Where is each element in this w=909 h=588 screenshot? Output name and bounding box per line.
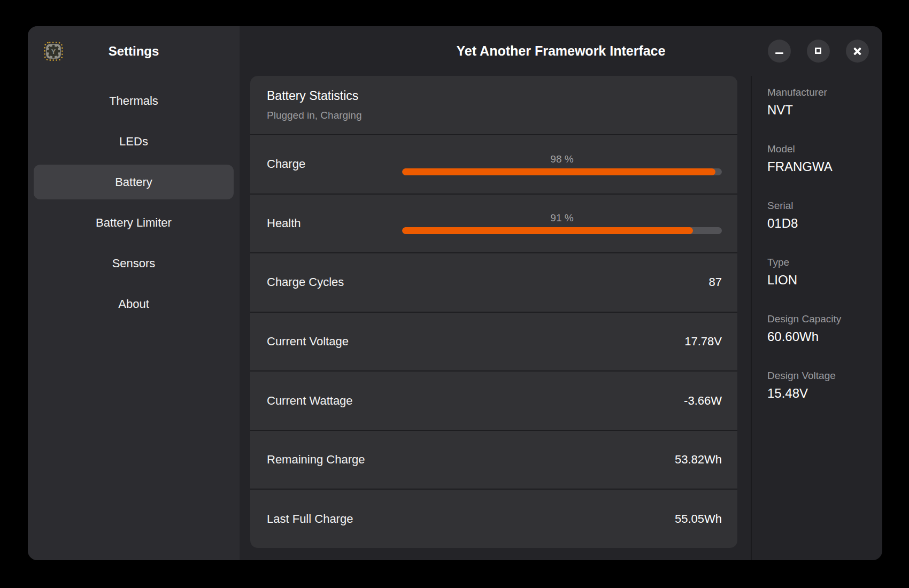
- design-capacity-entry: Design Capacity 60.60Wh: [767, 313, 882, 344]
- current-voltage-value: 17.78V: [684, 335, 722, 349]
- charge-progress-group: 98 %: [402, 153, 722, 175]
- health-row: Health 91 %: [250, 194, 737, 253]
- remaining-charge-value: 53.82Wh: [675, 453, 722, 467]
- design-voltage-value: 15.48V: [767, 386, 882, 401]
- sidebar: Y Settings Thermals LEDs Battery Battery…: [28, 26, 240, 560]
- current-voltage-label: Current Voltage: [267, 335, 402, 349]
- remaining-charge-label: Remaining Charge: [267, 453, 402, 467]
- titlebar[interactable]: Yet Another Framework Interface: [240, 26, 882, 76]
- manufacturer-entry: Manufacturer NVT: [767, 87, 882, 118]
- type-label: Type: [767, 257, 882, 268]
- current-wattage-value: -3.66W: [684, 394, 722, 408]
- manufacturer-value: NVT: [767, 103, 882, 118]
- health-progress-group: 91 %: [402, 212, 722, 234]
- main-content: Battery Statistics Plugged in, Charging …: [240, 76, 751, 560]
- current-wattage-label: Current Wattage: [267, 394, 402, 408]
- close-button[interactable]: [846, 40, 869, 63]
- model-entry: Model FRANGWA: [767, 143, 882, 174]
- design-capacity-label: Design Capacity: [767, 313, 882, 325]
- sidebar-item-thermals[interactable]: Thermals: [34, 83, 234, 118]
- serial-entry: Serial 01D8: [767, 200, 882, 231]
- sidebar-item-leds[interactable]: LEDs: [34, 124, 234, 159]
- last-full-charge-row: Last Full Charge 55.05Wh: [250, 489, 737, 548]
- type-entry: Type LION: [767, 257, 882, 288]
- model-label: Model: [767, 143, 882, 155]
- charge-percent-text: 98 %: [402, 153, 722, 165]
- card-title: Battery Statistics: [267, 89, 737, 103]
- minimize-icon: [775, 52, 783, 54]
- gear-chip-icon: Y: [44, 42, 63, 61]
- current-voltage-row: Current Voltage 17.78V: [250, 312, 737, 371]
- window-controls: [768, 26, 869, 76]
- battery-statistics-card: Battery Statistics Plugged in, Charging …: [250, 76, 737, 548]
- design-voltage-label: Design Voltage: [767, 370, 882, 382]
- sidebar-item-about[interactable]: About: [34, 287, 234, 321]
- charge-cycles-row: Charge Cycles 87: [250, 252, 737, 312]
- maximize-button[interactable]: [807, 40, 830, 63]
- app-window: Y Settings Thermals LEDs Battery Battery…: [28, 26, 882, 560]
- type-value: LION: [767, 273, 882, 288]
- sidebar-item-sensors[interactable]: Sensors: [34, 246, 234, 281]
- battery-status-text: Plugged in, Charging: [267, 110, 737, 121]
- design-voltage-entry: Design Voltage 15.48V: [767, 370, 882, 401]
- serial-value: 01D8: [767, 216, 882, 231]
- card-header: Battery Statistics Plugged in, Charging: [250, 76, 737, 134]
- health-progress-track: [402, 227, 722, 234]
- design-capacity-value: 60.60Wh: [767, 329, 882, 344]
- battery-info-panel: Manufacturer NVT Model FRANGWA Serial 01…: [751, 76, 882, 560]
- charge-cycles-value: 87: [709, 275, 722, 289]
- health-percent-text: 91 %: [402, 212, 722, 224]
- manufacturer-label: Manufacturer: [767, 87, 882, 98]
- last-full-charge-value: 55.05Wh: [675, 512, 722, 526]
- maximize-icon: [815, 48, 821, 54]
- charge-cycles-label: Charge Cycles: [267, 275, 402, 289]
- remaining-charge-row: Remaining Charge 53.82Wh: [250, 430, 737, 489]
- model-value: FRANGWA: [767, 159, 882, 174]
- sidebar-header: Y Settings: [28, 26, 240, 76]
- health-progress-fill: [402, 227, 693, 234]
- sidebar-nav: Thermals LEDs Battery Battery Limiter Se…: [28, 76, 240, 321]
- health-label: Health: [267, 216, 402, 230]
- charge-progress-fill: [402, 168, 715, 175]
- serial-label: Serial: [767, 200, 882, 212]
- charge-label: Charge: [267, 157, 402, 171]
- charge-row: Charge 98 %: [250, 134, 737, 194]
- last-full-charge-label: Last Full Charge: [267, 512, 402, 526]
- sidebar-title: Settings: [109, 44, 159, 59]
- charge-progress-track: [402, 168, 722, 175]
- svg-text:Y: Y: [51, 48, 56, 56]
- sidebar-item-battery-limiter[interactable]: Battery Limiter: [34, 205, 234, 240]
- sidebar-item-battery[interactable]: Battery: [34, 165, 234, 199]
- current-wattage-row: Current Wattage -3.66W: [250, 370, 737, 430]
- minimize-button[interactable]: [768, 40, 791, 63]
